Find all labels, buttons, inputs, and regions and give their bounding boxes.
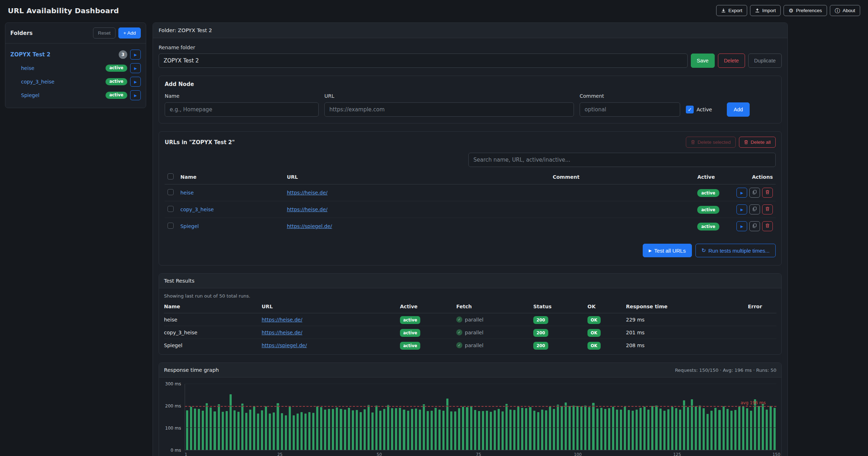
response-bar <box>431 411 433 450</box>
status-badge: active <box>697 223 719 230</box>
save-button[interactable]: Save <box>691 54 715 68</box>
select-all-checkbox[interactable] <box>168 173 174 179</box>
fetch-mode: parallel <box>465 343 483 348</box>
export-label: Export <box>728 8 742 13</box>
response-bar <box>273 412 275 450</box>
result-url-link[interactable]: https://spiegel.de/ <box>262 343 307 348</box>
node-link[interactable]: Spiegel <box>21 92 40 98</box>
add-folder-button[interactable]: + Add <box>118 27 141 39</box>
x-tick-label: 25 <box>277 452 283 456</box>
export-button[interactable]: Export <box>716 5 747 16</box>
response-time: 208 ms <box>623 339 745 352</box>
folder-link[interactable]: ZOPYX Test 2 <box>10 51 50 58</box>
node-link[interactable]: heise <box>21 65 34 71</box>
row-checkbox[interactable] <box>168 223 174 229</box>
response-bar <box>214 411 216 450</box>
folder-row[interactable]: ZOPYX Test 2 3 ▶ <box>10 48 141 61</box>
play-row-button[interactable]: ▶ <box>736 188 747 198</box>
row-checkbox[interactable] <box>168 206 174 212</box>
delete-all-button[interactable]: Delete all <box>739 137 776 148</box>
delete-row-button[interactable] <box>762 188 773 198</box>
sidebar-item-spiegel[interactable]: Spiegel active ▶ <box>10 88 141 102</box>
chart-y-axis: 0 ms100 ms200 ms300 ms <box>164 384 185 450</box>
play-row-button[interactable]: ▶ <box>736 204 747 214</box>
row-url-link[interactable]: https://spiegel.de/ <box>287 223 332 229</box>
response-bar <box>766 410 768 450</box>
y-tick-label: 200 ms <box>165 404 181 409</box>
col-fetch: Fetch <box>453 299 530 313</box>
preferences-button[interactable]: ⚙ Preferences <box>784 5 827 16</box>
response-bar <box>643 407 646 450</box>
response-bar <box>379 411 381 450</box>
rename-folder-input[interactable] <box>159 54 688 68</box>
run-tests-multiple-button[interactable]: ↻ Run tests multiple times... <box>695 244 776 257</box>
name-label: Name <box>165 93 319 99</box>
response-bar <box>486 411 488 450</box>
row-checkbox[interactable] <box>168 189 174 195</box>
check-circle-icon: ✓ <box>456 342 462 348</box>
result-url-link[interactable]: https://heise.de/ <box>262 317 302 323</box>
duplicate-folder-button[interactable]: Duplicate <box>748 54 782 68</box>
result-row: heise https://heise.de/ active ✓parallel… <box>164 313 776 326</box>
duplicate-row-button[interactable] <box>749 204 760 214</box>
folder-count-badge: 3 <box>119 50 127 59</box>
response-bar <box>651 406 653 450</box>
test-all-urls-button[interactable]: ▶ Test all URLs <box>643 244 692 257</box>
response-bar <box>608 408 610 450</box>
response-bar <box>529 407 531 450</box>
play-row-button[interactable]: ▶ <box>736 221 747 231</box>
play-folder-button[interactable]: ▶ <box>130 50 141 60</box>
col-comment: Comment <box>550 169 694 184</box>
duplicate-row-button[interactable] <box>749 221 760 231</box>
response-bar <box>498 409 500 450</box>
sidebar-item-heise[interactable]: heise active ▶ <box>10 61 141 75</box>
import-button[interactable]: Import <box>750 5 781 16</box>
search-input[interactable] <box>468 153 776 167</box>
delete-folder-button[interactable]: Delete <box>718 54 745 68</box>
fetch-mode: parallel <box>465 317 483 323</box>
play-node-button[interactable]: ▶ <box>130 63 141 73</box>
node-comment-input[interactable] <box>580 102 680 117</box>
response-bar <box>770 406 772 450</box>
response-time-graph-card: Response time graph Requests: 150/150 · … <box>159 363 782 456</box>
duplicate-row-button[interactable] <box>749 188 760 198</box>
node-link[interactable]: copy_3_heise <box>21 79 55 85</box>
row-name-link[interactable]: heise <box>180 190 194 196</box>
delete-selected-label: Delete selected <box>698 140 731 145</box>
results-table: Name URL Active Fetch Status OK Response… <box>164 299 776 351</box>
ok-badge: OK <box>587 329 601 337</box>
response-bar <box>746 408 748 450</box>
add-node-card: Add Node Name URL Comment ✓ <box>159 76 782 123</box>
row-url-link[interactable]: https://heise.de/ <box>287 207 328 212</box>
col-name: Name <box>164 299 259 313</box>
play-node-button[interactable]: ▶ <box>130 90 141 100</box>
response-bar <box>237 412 240 450</box>
play-node-button[interactable]: ▶ <box>130 77 141 87</box>
response-bar <box>249 410 251 450</box>
active-checkbox[interactable]: ✓ <box>686 106 694 113</box>
response-bar <box>762 404 764 450</box>
ok-badge: OK <box>587 316 601 324</box>
response-bar <box>190 407 192 450</box>
add-node-button[interactable]: Add <box>727 102 750 117</box>
response-bar <box>470 406 472 450</box>
rename-folder-label: Rename folder <box>159 45 782 50</box>
y-tick-label: 300 ms <box>165 381 181 386</box>
graph-title: Response time graph <box>164 367 219 373</box>
sidebar-item-copy-3-heise[interactable]: copy_3_heise active ▶ <box>10 75 141 88</box>
delete-row-button[interactable] <box>762 204 773 214</box>
node-url-input[interactable] <box>324 102 574 117</box>
response-bar <box>241 404 243 450</box>
about-button[interactable]: ⓘ About <box>830 5 860 16</box>
row-url-link[interactable]: https://heise.de/ <box>287 190 328 196</box>
response-bar <box>723 406 725 450</box>
response-bar <box>509 410 512 450</box>
delete-selected-button[interactable]: Delete selected <box>686 137 736 148</box>
delete-row-button[interactable] <box>762 221 773 231</box>
result-url-link[interactable]: https://heise.de/ <box>262 330 302 335</box>
reset-button[interactable]: Reset <box>93 27 115 39</box>
copy-icon <box>753 223 757 229</box>
row-name-link[interactable]: Spiegel <box>180 223 199 229</box>
row-name-link[interactable]: copy_3_heise <box>180 207 214 212</box>
node-name-input[interactable] <box>165 102 319 117</box>
